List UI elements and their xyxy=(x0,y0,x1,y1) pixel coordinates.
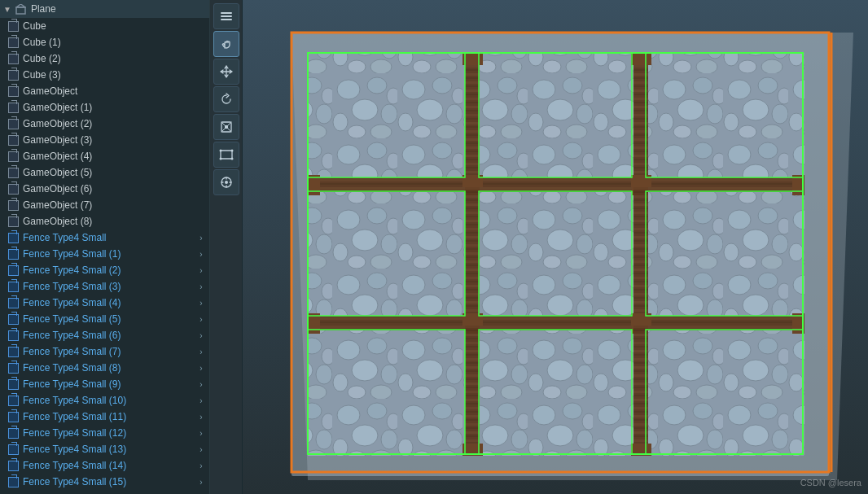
expand-arrow-fence-10[interactable]: › xyxy=(196,396,206,405)
tree-item-label-go-6: GameObject (6) xyxy=(23,184,206,194)
expand-arrow-fence-11[interactable]: › xyxy=(196,412,206,422)
svg-rect-50 xyxy=(465,53,480,456)
expand-arrow-fence-7[interactable]: › xyxy=(196,347,206,356)
tree-item-cube-1[interactable]: Cube (1) xyxy=(0,34,209,50)
tree-item-label-go-4: GameObject (4) xyxy=(23,151,206,161)
svg-rect-38 xyxy=(479,330,633,456)
scale-tool-button[interactable] xyxy=(213,114,239,140)
scene-container: CSDN @lesera xyxy=(243,0,868,494)
cube-icon xyxy=(7,20,20,33)
tree-item-label-cube-2: Cube (2) xyxy=(23,54,206,63)
tree-item-go-5[interactable]: GameObject (5) xyxy=(0,164,209,181)
fence-icon xyxy=(7,443,20,456)
tree-item-go-7[interactable]: GameObject (7) xyxy=(0,197,209,213)
rect-tool-button[interactable] xyxy=(213,142,239,168)
tree-item-label-fence-15: Fence Type4 Small (15) xyxy=(23,477,196,487)
transform-tool-button[interactable] xyxy=(213,169,239,195)
tree-item-fence-10[interactable]: Fence Type4 Small (10)› xyxy=(0,392,209,409)
tree-item-fence-11[interactable]: Fence Type4 Small (11)› xyxy=(0,409,209,425)
fence-icon xyxy=(7,280,20,293)
tree-item-fence-1[interactable]: Fence Type4 Small (1)› xyxy=(0,246,209,262)
expand-arrow-fence-14[interactable]: › xyxy=(196,461,206,470)
expand-arrow-fence-6[interactable]: › xyxy=(196,330,206,340)
tree-item-fence-3[interactable]: Fence Type4 Small (3)› xyxy=(0,278,209,295)
fence-icon xyxy=(7,394,20,407)
tree-item-fence-0[interactable]: Fence Type4 Small› xyxy=(0,230,209,246)
expand-arrow-fence-5[interactable]: › xyxy=(196,314,206,324)
tree-item-fence-14[interactable]: Fence Type4 Small (14)› xyxy=(0,457,209,474)
svg-rect-4 xyxy=(221,19,232,20)
plane-expand-arrow: ▼ xyxy=(3,5,11,14)
menu-tool-button[interactable] xyxy=(213,3,239,29)
tree-item-label-fence-13: Fence Type4 Small (13) xyxy=(23,444,196,454)
fence-icon xyxy=(7,296,20,309)
expand-arrow-fence-1[interactable]: › xyxy=(196,249,206,259)
tree-item-label-fence-4: Fence Type4 Small (4) xyxy=(23,298,196,308)
tree-item-fence-12[interactable]: Fence Type4 Small (12)› xyxy=(0,425,209,441)
tree-item-fence-15[interactable]: Fence Type4 Small (15)› xyxy=(0,474,209,490)
tree-item-go-3[interactable]: GameObject (3) xyxy=(0,132,209,148)
svg-marker-1 xyxy=(16,4,25,7)
tree-item-fence-7[interactable]: Fence Type4 Small (7)› xyxy=(0,343,209,360)
expand-arrow-fence-12[interactable]: › xyxy=(196,428,206,438)
svg-rect-32 xyxy=(479,53,633,179)
svg-rect-0 xyxy=(16,7,25,14)
expand-arrow-fence-3[interactable]: › xyxy=(196,282,206,291)
move-tool-button[interactable] xyxy=(213,59,239,85)
tree-item-fence-8[interactable]: Fence Type4 Small (8)› xyxy=(0,360,209,376)
expand-arrow-fence-4[interactable]: › xyxy=(196,298,206,308)
tree-item-go-0[interactable]: GameObject xyxy=(0,83,209,99)
tree-item-go-6[interactable]: GameObject (6) xyxy=(0,181,209,197)
svg-rect-56 xyxy=(631,53,651,65)
expand-arrow-fence-13[interactable]: › xyxy=(196,444,206,454)
tree-items-container: CubeCube (1)Cube (2)Cube (3)GameObjectGa… xyxy=(0,18,209,490)
tree-item-label-fence-10: Fence Type4 Small (10) xyxy=(23,396,196,405)
tree-item-go-4[interactable]: GameObject (4) xyxy=(0,148,209,164)
tree-item-label-go-5: GameObject (5) xyxy=(23,168,206,177)
tree-item-fence-13[interactable]: Fence Type4 Small (13)› xyxy=(0,441,209,457)
fence-icon xyxy=(7,378,20,391)
expand-arrow-fence-9[interactable]: › xyxy=(196,379,206,389)
fence-icon xyxy=(7,459,20,472)
expand-arrow-fence-15[interactable]: › xyxy=(196,477,206,487)
fence-icon xyxy=(7,345,20,358)
rotate-tool-button[interactable] xyxy=(213,86,239,112)
cube-icon xyxy=(7,133,20,146)
fence-icon xyxy=(7,247,20,260)
tree-item-label-go-2: GameObject (2) xyxy=(23,119,206,129)
tree-item-go-1[interactable]: GameObject (1) xyxy=(0,99,209,116)
tree-item-fence-4[interactable]: Fence Type4 Small (4)› xyxy=(0,295,209,311)
fence-icon xyxy=(7,475,20,488)
tree-item-cube-2[interactable]: Cube (2) xyxy=(0,50,209,67)
tree-item-label-go-3: GameObject (3) xyxy=(23,135,206,145)
cube-icon xyxy=(7,36,20,49)
scene-viewport[interactable]: CSDN @lesera xyxy=(243,0,868,494)
tree-item-label-fence-1: Fence Type4 Small (1) xyxy=(23,249,196,259)
tree-item-label-fence-14: Fence Type4 Small (14) xyxy=(23,461,196,470)
expand-arrow-fence-8[interactable]: › xyxy=(196,363,206,373)
svg-rect-40 xyxy=(308,177,804,192)
tree-item-cube-0[interactable]: Cube xyxy=(0,18,209,34)
tree-item-fence-2[interactable]: Fence Type4 Small (2)› xyxy=(0,262,209,278)
tree-item-label-fence-11: Fence Type4 Small (11) xyxy=(23,412,196,422)
tree-item-go-2[interactable]: GameObject (2) xyxy=(0,116,209,132)
tree-item-go-8[interactable]: GameObject (8) xyxy=(0,213,209,230)
svg-rect-3 xyxy=(221,15,232,17)
tree-item-fence-9[interactable]: Fence Type4 Small (9)› xyxy=(0,376,209,392)
cube-icon xyxy=(7,182,20,195)
tree-item-fence-6[interactable]: Fence Type4 Small (6)› xyxy=(0,327,209,343)
fence-icon xyxy=(7,313,20,326)
hand-tool-button[interactable] xyxy=(213,31,239,57)
svg-rect-34 xyxy=(308,191,467,317)
svg-rect-39 xyxy=(646,330,804,456)
svg-point-10 xyxy=(219,158,221,160)
cube-icon xyxy=(7,52,20,65)
tree-item-label-go-1: GameObject (1) xyxy=(23,103,206,112)
expand-arrow-fence-2[interactable]: › xyxy=(196,265,206,275)
expand-arrow-fence-0[interactable]: › xyxy=(196,233,206,243)
tree-item-label-fence-5: Fence Type4 Small (5) xyxy=(23,314,196,324)
plane-header[interactable]: ▼ Plane xyxy=(0,0,209,18)
tree-item-cube-3[interactable]: Cube (3) xyxy=(0,67,209,83)
tree-item-fence-5[interactable]: Fence Type4 Small (5)› xyxy=(0,311,209,327)
scene-svg xyxy=(243,0,868,494)
